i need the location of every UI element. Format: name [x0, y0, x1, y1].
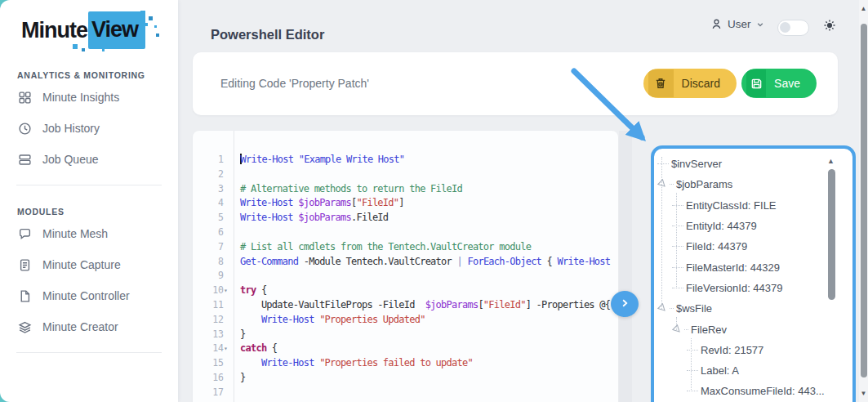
sidebar-item-minute-insights[interactable]: Minute Insights [0, 82, 178, 113]
code-line: # List all cmdlets from the Tentech.Vaul… [240, 240, 618, 255]
page-scrollbar-thumb[interactable] [861, 24, 867, 377]
user-menu-label: User [728, 18, 751, 30]
tree-item-fileid[interactable]: FileId: 44379 [654, 236, 852, 257]
gutter-line: 3 [193, 182, 234, 197]
panel-scroll-up-icon[interactable]: ▲ [827, 157, 835, 165]
code-token: catch [240, 342, 266, 354]
sidebar-item-minute-creator[interactable]: Minute Creator [0, 311, 178, 342]
user-menu-button[interactable]: User [710, 18, 764, 30]
tree-expander-icon[interactable] [672, 324, 683, 335]
tree-item-filemasterid[interactable]: FileMasterId: 44329 [654, 257, 852, 277]
tree-item-invserver[interactable]: $invServer [654, 154, 852, 174]
sidebar-item-minute-controller[interactable]: Minute Controller [0, 280, 178, 311]
save-button[interactable]: Save [741, 69, 817, 98]
discard-button[interactable]: Discard [643, 69, 737, 98]
theme-toggle-switch[interactable] [777, 20, 809, 36]
sidebar-item-label: Minute Capture [42, 258, 121, 271]
tree-item-label: EntityClassId: FILE [686, 199, 777, 212]
code-token: "Properties failed to update" [319, 357, 473, 368]
gutter-line: 12 [193, 313, 234, 328]
line-number: 13 [212, 328, 224, 342]
code-editor: 12345678910▾11121314▾151617 Write-Host "… [193, 131, 618, 402]
tree-item-entityclassid[interactable]: EntityClassId: FILE [654, 195, 852, 216]
tree-item-filerev[interactable]: FileRev [654, 319, 852, 339]
code-line [240, 386, 618, 400]
line-number: 4 [218, 196, 224, 211]
scroll-up-icon[interactable]: ▲ [859, 5, 868, 12]
code-token: "FileId" [483, 299, 526, 310]
gutter-line: 2 [193, 168, 234, 182]
code-line: } [240, 371, 618, 386]
chat-icon [17, 226, 32, 241]
tree-item-label: FileId: 44379 [686, 240, 747, 252]
queue-icon [17, 152, 32, 167]
tree-connector [670, 184, 674, 185]
code-token: ForEach-Object [467, 256, 541, 267]
tree-connector [672, 288, 683, 288]
panel-splitter[interactable] [619, 131, 632, 402]
code-token [240, 314, 261, 325]
sidebar-sections: ANALYTICS & MONITORINGMinute InsightsJob… [0, 70, 178, 353]
tree-connector [672, 246, 683, 247]
gutter-line: 1 [193, 153, 234, 168]
code-line [240, 226, 618, 240]
line-number: 9 [218, 269, 224, 284]
code-line: Write-Host $jobParams["FileId"] [240, 196, 618, 211]
code-token: { [256, 284, 266, 296]
line-number: 15 [212, 356, 224, 371]
sidebar-item-minute-capture[interactable]: Minute Capture [0, 249, 178, 280]
page-scrollbar[interactable]: ▲ ▼ [859, 0, 868, 402]
gutter-line: 10▾ [193, 284, 234, 298]
tree-item-fileversionid[interactable]: FileVersionId: 44379 [654, 278, 852, 298]
code-token [240, 357, 261, 368]
tree-item-label: FileMasterId: 44329 [686, 261, 780, 274]
tree-item-maxconsumefileid[interactable]: MaxConsumeFileId: 443... [654, 381, 852, 401]
sidebar-item-label: Minute Controller [42, 289, 130, 302]
tree-item-label: MaxConsumeFileId: 443... [701, 385, 825, 397]
logo-part-minute: Minute [21, 12, 87, 48]
code-area[interactable]: Write-Host "Example Write Host"# Alterna… [234, 131, 618, 402]
line-number: 3 [218, 182, 224, 197]
scroll-down-icon[interactable]: ▼ [859, 390, 868, 397]
code-line: } [240, 328, 618, 342]
light-mode-sun-icon[interactable] [823, 19, 836, 35]
sidebar-item-job-history[interactable]: Job History [0, 113, 178, 144]
tree-item-label: Label: A [701, 364, 739, 377]
tree-connector [672, 205, 683, 206]
sidebar-item-label: Job Queue [42, 153, 99, 166]
code-token: Write-Host [558, 256, 611, 267]
tree-item-jobparams[interactable]: $jobParams [654, 174, 852, 194]
code-token: ] [398, 197, 403, 208]
code-line: Update-VaultFileProps -FileId $jobParams… [240, 298, 618, 313]
gutter-line: 6 [193, 226, 234, 240]
fold-arrow-icon[interactable]: ▾ [224, 342, 231, 356]
history-icon [17, 121, 32, 136]
sidebar-item-minute-mesh[interactable]: Minute Mesh [0, 218, 178, 249]
line-number: 12 [212, 313, 224, 328]
chevron-right-icon [620, 297, 630, 311]
tree-item-revid[interactable]: RevId: 21577 [654, 340, 852, 360]
line-number: 10 [212, 284, 224, 298]
file-icon [17, 288, 32, 303]
tree-item-label: EntityId: 44379 [686, 220, 757, 232]
tree-item-label: $jobParams [676, 178, 732, 190]
code-line: Write-Host "Properties failed to update" [240, 356, 618, 371]
tree-connector [672, 267, 683, 268]
tree-expander-icon[interactable] [657, 179, 668, 190]
panel-scrollbar-thumb[interactable] [828, 169, 835, 300]
sidebar-item-label: Minute Insights [42, 91, 119, 104]
line-number: 16 [212, 371, 224, 386]
gutter-line: 4 [193, 196, 234, 211]
save-button-label: Save [766, 77, 812, 90]
expand-panel-button[interactable] [611, 291, 639, 317]
grid-icon [17, 90, 32, 105]
tree-item-label[interactable]: Label: A [654, 360, 852, 381]
tree-item-wsfile[interactable]: $wsFile [654, 298, 852, 319]
tree-item-entityid[interactable]: EntityId: 44379 [654, 216, 852, 236]
fold-arrow-icon[interactable]: ▾ [224, 284, 231, 298]
sidebar-item-job-queue[interactable]: Job Queue [0, 144, 178, 175]
layers-icon [17, 319, 32, 334]
code-token: Get-Command [240, 256, 298, 267]
code-token: Write-Host [240, 197, 293, 208]
tree-expander-icon[interactable] [657, 303, 668, 314]
